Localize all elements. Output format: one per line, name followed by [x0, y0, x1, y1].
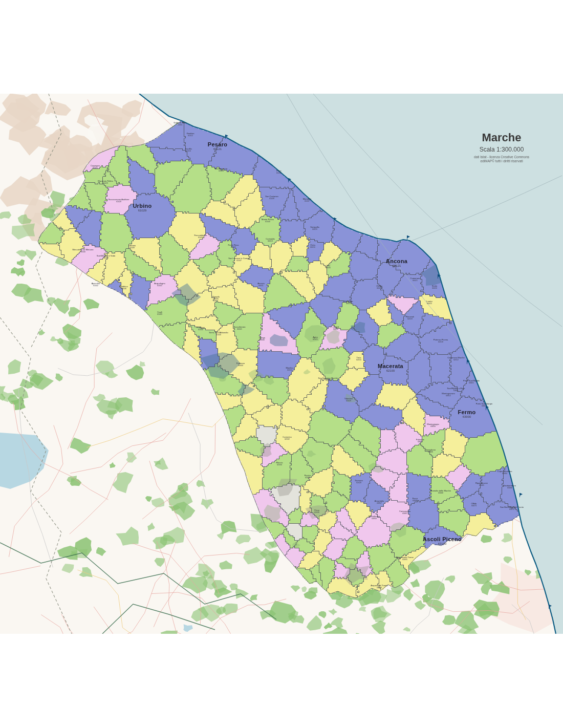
map-title: Marche [444, 131, 559, 144]
map-canvas [0, 94, 563, 634]
map-credit-line-2: ediMAP© tutti i diritti riservati [444, 159, 559, 163]
map-credit-line-1: dati Istat - licenza Creative Commons [444, 155, 559, 159]
map-area: Gabicce Mare61011Gradara61012Tavullia610… [0, 94, 563, 634]
map-page: Gabicce Mare61011Gradara61012Tavullia610… [0, 0, 563, 728]
map-scale-label: Scala 1:300.000 [444, 146, 559, 153]
map-title-block: Marche Scala 1:300.000 dati Istat - lice… [444, 131, 559, 164]
